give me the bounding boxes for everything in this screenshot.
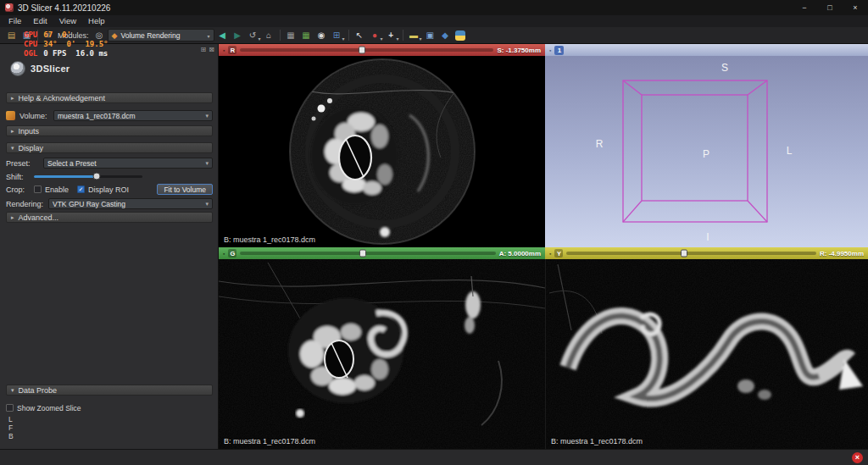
python-console-icon[interactable] xyxy=(453,29,468,42)
load-data-icon[interactable]: ▤ xyxy=(4,29,19,42)
section-display-label: Display xyxy=(19,144,44,152)
pushpin-icon[interactable]: ▪ xyxy=(223,47,225,53)
panel-close-icon[interactable]: ⊠ xyxy=(209,46,214,53)
threed-view[interactable]: S R P L I xyxy=(545,56,868,247)
sagittal-scan-image xyxy=(546,259,868,449)
cpu-stat-label: CPU xyxy=(24,40,37,48)
pushpin-icon[interactable]: ▪ xyxy=(223,251,225,257)
rendering-label: Rendering: xyxy=(6,200,48,208)
volume-node-icon xyxy=(6,111,15,120)
check-icon: ✓ xyxy=(79,186,84,193)
main-toolbar: ▤ ▣ ≡ Modules: ◎ ◆ Volume Rendering ▾ ◀ … xyxy=(0,27,868,44)
module-back-icon[interactable]: ◀ xyxy=(215,29,230,42)
volume-selector[interactable]: muestra 1_rec0178.dcm ▾ xyxy=(53,110,213,121)
yellow-slice-view[interactable]: B: muestra 1_rec0178.dcm xyxy=(545,259,868,449)
windows-icon[interactable]: ▣ xyxy=(423,29,437,42)
shift-slider-handle[interactable] xyxy=(93,173,101,180)
cpu-stat-extra: 0' xyxy=(67,40,76,48)
rendering-selector-value: VTK GPU Ray Casting xyxy=(53,200,202,208)
section-advanced[interactable]: ▸ Advanced... xyxy=(6,212,213,223)
rendering-selector[interactable]: VTK GPU Ray Casting ▾ xyxy=(48,198,213,209)
menu-help[interactable]: Help xyxy=(82,15,111,27)
preset-label: Preset: xyxy=(6,159,43,168)
crop-enable-checkbox[interactable] xyxy=(34,185,42,193)
section-help-acknowledgement[interactable]: ▸ Help & Acknowledgement xyxy=(6,92,213,103)
preset-row: Preset: Select a Preset ▾ xyxy=(6,157,213,169)
yellow-slice-controller: ▪ Y R: -4.9950mm xyxy=(545,247,868,259)
section-data-probe[interactable]: ▾ Data Probe xyxy=(6,385,213,396)
volumes-module-icon[interactable]: ▦ xyxy=(299,29,314,42)
section-help-label: Help & Acknowledgement xyxy=(19,94,106,102)
red-slice-controller: ▪ R S: -1.3750mm xyxy=(219,44,545,56)
preset-selector[interactable]: Select a Preset ▾ xyxy=(43,158,213,169)
ruler-dropdown-icon[interactable]: ▾ xyxy=(420,36,422,43)
yellow-corner-annotation: B: muestra 1_rec0178.dcm xyxy=(551,437,643,446)
red-slice-view[interactable]: B: muestra 1_rec0178.dcm xyxy=(219,56,545,247)
green-slice-controller: ▪ G A: 5.0000mm xyxy=(219,247,545,259)
section-inputs[interactable]: ▸ Inputs xyxy=(6,125,213,136)
show-zoomed-slice-checkbox[interactable] xyxy=(6,404,14,412)
menu-view[interactable]: View xyxy=(53,15,82,27)
probe-row-l: L xyxy=(8,415,13,423)
axis-label-inferior: I xyxy=(706,231,709,243)
window-title: 3D Slicer 4.11.20210226 xyxy=(18,3,110,13)
cpu-temp-value: 19.5° xyxy=(85,40,108,48)
crosshair-dropdown-icon[interactable]: ▾ xyxy=(397,36,399,43)
axial-scan-image xyxy=(219,56,545,247)
yellow-slider-handle[interactable] xyxy=(681,250,687,257)
red-slice-offset: S: -1.3750mm xyxy=(497,47,541,54)
gpu-stat-value: 67 xyxy=(43,30,53,39)
yellow-slice-slider[interactable] xyxy=(566,252,815,255)
screenshot-icon[interactable]: ◉ xyxy=(314,29,329,42)
module-home-icon[interactable]: ⌂ xyxy=(262,29,276,42)
module-selector[interactable]: ◆ Volume Rendering ▾ xyxy=(108,29,214,42)
python-logo-icon xyxy=(455,30,465,41)
section-display[interactable]: ▾ Display xyxy=(6,142,213,153)
slicer-window: 3D Slicer 4.11.20210226 − □ × File Edit … xyxy=(0,0,868,465)
show-zoomed-slice-row: Show Zoomed Slice xyxy=(6,401,213,414)
pushpin-icon[interactable]: ▪ xyxy=(549,47,551,53)
status-bar: × xyxy=(0,449,868,465)
layout-dropdown-icon[interactable]: ▾ xyxy=(342,36,345,43)
error-x-glyph: × xyxy=(855,453,860,462)
display-roi-checkbox[interactable]: ✓ xyxy=(77,185,85,193)
green-slice-view[interactable]: B: muestra 1_rec0178.dcm xyxy=(219,259,545,449)
pushpin-icon[interactable]: ▪ xyxy=(549,251,551,257)
shift-slider-fill xyxy=(34,175,97,178)
maximize-button[interactable]: □ xyxy=(817,0,843,15)
rendering-row: Rendering: VTK GPU Ray Casting ▾ xyxy=(6,197,213,210)
axis-label-right: R xyxy=(596,138,604,150)
module-forward-icon[interactable]: ▶ xyxy=(231,29,245,42)
gpu-stat-label: GPU xyxy=(24,30,37,39)
module-panel: ⊞ ⊠ 3DSlicer ▸ Help & Acknowledgement Vo… xyxy=(0,44,219,449)
close-button[interactable]: × xyxy=(843,0,868,15)
section-inputs-label: Inputs xyxy=(19,127,40,136)
chevron-right-icon: ▸ xyxy=(11,214,14,221)
error-indicator-icon[interactable]: × xyxy=(852,452,863,463)
menu-edit[interactable]: Edit xyxy=(27,15,53,27)
menu-bar: File Edit View Help xyxy=(0,15,868,27)
cpu-stat-value: 34° xyxy=(43,40,57,48)
minimize-button[interactable]: − xyxy=(792,0,817,15)
data-module-icon[interactable]: ▦ xyxy=(284,29,298,42)
slicer-logo: 3DSlicer xyxy=(10,61,70,76)
red-view-letter: R xyxy=(228,46,236,54)
green-slice-slider[interactable] xyxy=(240,252,495,255)
chevron-down-icon: ▾ xyxy=(205,160,209,167)
mouse-pointer-icon[interactable]: ↖ xyxy=(353,29,367,42)
section-data-probe-label: Data Probe xyxy=(19,386,58,395)
fiducial-dropdown-icon[interactable]: ▾ xyxy=(381,36,383,43)
green-slider-handle[interactable] xyxy=(359,250,366,257)
extensions-manager-icon[interactable]: ◆ xyxy=(438,29,453,42)
panel-popout-icon[interactable]: ⊞ xyxy=(201,46,207,53)
fit-to-volume-button[interactable]: Fit to Volume xyxy=(157,184,213,195)
history-dropdown-icon[interactable]: ▾ xyxy=(259,36,261,43)
menu-file[interactable]: File xyxy=(3,15,27,27)
shift-slider[interactable] xyxy=(34,173,142,180)
title-bar: 3D Slicer 4.11.20210226 − □ × xyxy=(0,0,868,15)
red-slice-slider[interactable] xyxy=(240,48,493,52)
axis-label-superior: S xyxy=(721,62,728,74)
toolbar-separator xyxy=(403,30,403,41)
red-slider-handle[interactable] xyxy=(359,47,365,54)
green-view-letter: G xyxy=(228,249,236,257)
